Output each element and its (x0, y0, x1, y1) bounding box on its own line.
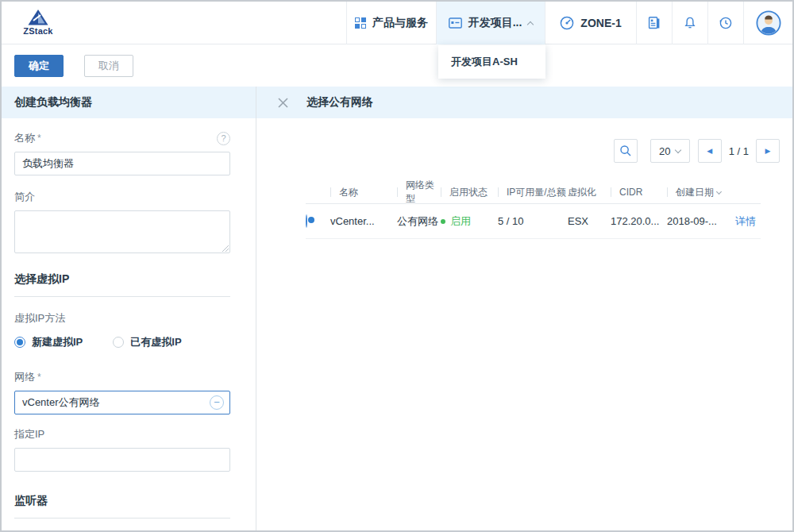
search-icon (619, 145, 632, 157)
right-panel-title: 选择公有网络 (306, 95, 373, 110)
document-icon (647, 16, 661, 30)
col-network-type[interactable]: 网络类型 (397, 179, 441, 206)
project-dropdown: 开发项目A-SH (438, 45, 545, 79)
project-dropdown-item[interactable]: 开发项目A-SH (438, 45, 545, 79)
nav-history-button[interactable] (707, 2, 743, 44)
row-virtualization: ESX (568, 215, 611, 227)
left-panel-body: 名称* ? 简介 选择虚拟IP 虚拟IP方法 新建虚拟IP (2, 118, 256, 530)
radio-new-vip-label: 新建虚拟IP (32, 335, 83, 349)
row-cidr: 172.20.0... (611, 215, 667, 227)
specify-ip-input[interactable] (14, 448, 230, 472)
nav-right-group: 产品与服务 开发项目... ZONE-1 (346, 2, 792, 44)
next-page-button[interactable]: ▶ (756, 139, 780, 163)
cancel-button[interactable]: 取消 (84, 55, 133, 77)
radio-existing-vip[interactable]: 已有虚拟IP (113, 335, 181, 349)
status-dot-icon (441, 219, 445, 224)
select-public-network-panel: 选择公有网络 20 ◀ 1 / 1 ▶ (256, 87, 792, 530)
row-radio-selected-icon (306, 214, 307, 228)
col-status[interactable]: 启用状态 (441, 186, 498, 199)
col-virtualization[interactable]: 虚拟化 (568, 186, 611, 199)
zstack-logo-text: ZStack (23, 26, 52, 36)
close-icon[interactable] (277, 97, 289, 109)
top-navbar: ZStack 产品与服务 开发项目... (2, 2, 792, 44)
network-label: 网络* (14, 370, 230, 384)
next-arrow-icon: ▶ (765, 148, 771, 155)
nav-notifications-button[interactable] (672, 2, 707, 44)
confirm-button[interactable]: 确定 (14, 55, 64, 77)
radio-new-vip[interactable]: 新建虚拟IP (14, 335, 83, 349)
help-icon[interactable]: ? (217, 132, 230, 145)
col-created-date[interactable]: 创建日期 (667, 186, 735, 199)
network-input[interactable] (14, 391, 230, 414)
create-loadbalancer-panel: 创建负载均衡器 名称* ? 简介 选择虚拟IP 虚拟IP方法 新建 (2, 87, 256, 530)
page-size-select[interactable]: 20 (650, 139, 690, 163)
row-name: vCenter... (330, 215, 397, 227)
row-ip-quota: 5 / 10 (498, 215, 568, 227)
nav-project-label: 开发项目... (468, 16, 522, 30)
avatar (756, 10, 781, 36)
col-cidr[interactable]: CIDR (611, 187, 667, 198)
table-toolbar: 20 ◀ 1 / 1 ▶ (256, 139, 780, 163)
sort-caret-icon (716, 188, 722, 194)
col-name[interactable]: 名称 (330, 186, 397, 199)
required-mark: * (37, 133, 41, 144)
listener-section-title: 监听器 (14, 494, 230, 519)
specify-ip-label: 指定IP (14, 427, 230, 441)
search-button[interactable] (614, 139, 638, 163)
row-network-type: 公有网络 (397, 214, 441, 229)
radio-existing-vip-label: 已有虚拟IP (130, 335, 181, 349)
create-listener-link[interactable]: +创建监听器 (14, 530, 72, 530)
prev-arrow-icon: ◀ (707, 148, 712, 155)
nav-zone[interactable]: ZONE-1 (545, 2, 636, 44)
prev-page-button[interactable]: ◀ (698, 139, 722, 163)
nav-products-services[interactable]: 产品与服务 (346, 2, 436, 44)
col-ip-quota[interactable]: IP可用量/总额 (498, 186, 568, 199)
nav-project-menu[interactable]: 开发项目... (436, 2, 545, 44)
app-window: ZStack 产品与服务 开发项目... (0, 0, 794, 532)
table-header-row: 名称 网络类型 启用状态 IP可用量/总额 虚拟化 CIDR 创建日期 (306, 179, 761, 204)
page-size-value: 20 (659, 145, 670, 157)
vip-section-title: 选择虚拟IP (14, 272, 230, 297)
vip-method-label: 虚拟IP方法 (14, 311, 230, 326)
row-radio-cell[interactable] (306, 215, 330, 227)
zone-icon (560, 16, 574, 30)
radio-unselected-icon (113, 337, 124, 348)
left-panel-title: 创建负载均衡器 (2, 87, 256, 118)
project-icon (449, 17, 462, 29)
chevron-down-icon (675, 146, 681, 152)
main-area: 创建负载均衡器 名称* ? 简介 选择虚拟IP 虚拟IP方法 新建 (2, 87, 792, 530)
resize-grip-icon[interactable] (222, 245, 229, 252)
zstack-logo-icon (28, 10, 48, 25)
right-panel-header: 选择公有网络 (256, 87, 792, 118)
table-row[interactable]: vCenter... 公有网络 启用 5 / 10 ESX 172.20.0..… (306, 204, 761, 239)
remove-network-icon[interactable]: − (210, 395, 224, 410)
bell-icon (683, 16, 697, 30)
description-textarea[interactable] (14, 210, 230, 253)
name-label: 名称* (14, 131, 41, 145)
nav-zone-label: ZONE-1 (580, 17, 621, 29)
row-created-date: 2018-09-... (667, 215, 735, 227)
public-network-table: 名称 网络类型 启用状态 IP可用量/总额 虚拟化 CIDR 创建日期 vCen… (306, 179, 761, 239)
nav-products-label: 产品与服务 (372, 16, 428, 30)
form-actions: 确定 取消 (2, 44, 792, 87)
zstack-logo[interactable]: ZStack (17, 10, 59, 36)
nav-user-menu[interactable] (743, 2, 792, 44)
page-indicator: 1 / 1 (729, 145, 749, 157)
history-icon (719, 16, 733, 30)
grid-icon (355, 17, 366, 29)
nav-document-button[interactable] (636, 2, 672, 44)
name-input[interactable] (14, 152, 230, 175)
row-detail-link[interactable]: 详情 (735, 214, 756, 229)
chevron-up-icon (527, 21, 534, 27)
row-status: 启用 (441, 214, 498, 229)
description-label: 简介 (14, 190, 230, 204)
radio-selected-icon (14, 337, 25, 348)
